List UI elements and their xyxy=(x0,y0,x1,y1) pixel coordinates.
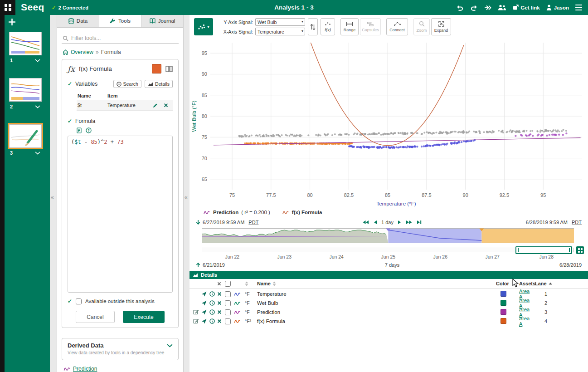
worksheet-preview[interactable] xyxy=(9,78,42,102)
available-outside-checkbox[interactable] xyxy=(76,299,82,304)
user-menu[interactable]: Jason xyxy=(546,5,569,10)
worksheet-preview[interactable] xyxy=(9,124,42,148)
shift-range-down-icon[interactable] xyxy=(196,220,200,225)
select-item-checkbox[interactable] xyxy=(225,300,231,306)
sort-icon[interactable] xyxy=(272,281,276,286)
worksheet-thumbnail-2[interactable]: 2 xyxy=(9,78,42,111)
remove-item-button[interactable] xyxy=(217,319,225,323)
remove-item-button[interactable] xyxy=(217,301,225,305)
edit-item-icon[interactable] xyxy=(193,318,199,324)
edit-item-icon[interactable] xyxy=(193,309,199,315)
select-all-checkbox[interactable] xyxy=(225,281,231,287)
get-link-button[interactable]: Get link xyxy=(513,5,540,10)
tab-data[interactable]: Data xyxy=(57,15,99,27)
timezone-link-end[interactable]: PDT xyxy=(572,220,582,225)
asset-link[interactable]: Area A xyxy=(519,316,530,327)
connect-button[interactable]: Connect xyxy=(386,18,408,35)
sort-type-button[interactable] xyxy=(245,281,257,286)
item-info-button[interactable] xyxy=(209,300,217,306)
item-color-swatch[interactable] xyxy=(501,291,506,297)
step-back-button[interactable] xyxy=(373,220,377,225)
send-to-worksheet-button[interactable] xyxy=(201,309,209,315)
remove-item-button[interactable] xyxy=(217,292,225,296)
legend-item[interactable]: f(x) Formula xyxy=(282,210,322,215)
help-icon[interactable]: ? xyxy=(86,127,92,133)
execute-button[interactable]: Execute xyxy=(123,311,165,323)
connection-status[interactable]: ✓ 2 Connected xyxy=(52,5,88,11)
remove-variable-button[interactable] xyxy=(164,103,172,108)
item-info-button[interactable] xyxy=(209,309,217,315)
add-worksheet-button[interactable] xyxy=(8,18,17,27)
cancel-button[interactable]: Cancel xyxy=(76,311,115,323)
edit-variable-button[interactable] xyxy=(153,103,164,108)
skip-back-button[interactable] xyxy=(362,220,369,225)
tab-tools[interactable]: Tools xyxy=(99,15,141,27)
lane-column-header[interactable]: Lane xyxy=(535,281,547,286)
send-to-worksheet-button[interactable] xyxy=(201,318,209,324)
worksheet-thumbnail-3[interactable]: 3 xyxy=(9,124,42,157)
range-button[interactable]: Range xyxy=(340,18,359,35)
shift-range-up-icon[interactable] xyxy=(196,262,200,268)
item-color-swatch[interactable] xyxy=(501,309,506,315)
timebar-grid-button[interactable] xyxy=(576,246,584,254)
timeline-scrollbar-handle[interactable] xyxy=(515,246,572,254)
jump-to-end-button[interactable] xyxy=(417,220,422,225)
send-to-worksheet-button[interactable] xyxy=(201,300,209,306)
y-axis-signal-select[interactable]: Wet Bulb xyxy=(255,18,305,26)
xy-scatter-plot[interactable]: 7577.58082.58587.59092.59565707580859095… xyxy=(190,39,588,207)
prediction-link[interactable]: Prediction xyxy=(73,366,97,372)
worksheet-menu-chevron-icon[interactable] xyxy=(35,105,40,108)
x-axis-signal-select[interactable]: Temperature xyxy=(255,28,305,35)
capsules-button[interactable]: Capsules xyxy=(360,18,381,35)
name-column-header[interactable]: Name xyxy=(257,281,271,286)
select-item-checkbox[interactable] xyxy=(225,318,231,324)
formula-editor[interactable]: ($t - 85)^2 + 73 xyxy=(68,136,173,293)
apps-grid-button[interactable] xyxy=(0,0,15,15)
filter-tools-input[interactable] xyxy=(71,35,178,41)
item-color-swatch[interactable] xyxy=(501,300,506,306)
share-users-button[interactable] xyxy=(498,5,506,10)
hamburger-menu-button[interactable] xyxy=(575,5,582,10)
step-forward-button[interactable] xyxy=(398,220,402,225)
fit-function-button[interactable]: f(x) xyxy=(321,18,335,35)
redo-button[interactable] xyxy=(470,5,478,11)
collapse-tool-panel-handle[interactable]: « xyxy=(51,194,54,201)
legend-item[interactable]: Prediction( r² = 0.200 ) xyxy=(203,210,270,215)
redo-all-button[interactable] xyxy=(484,5,491,10)
panel-layout-icon[interactable] xyxy=(165,66,173,72)
worksheet-menu-chevron-icon[interactable] xyxy=(35,59,40,62)
send-to-worksheet-button[interactable] xyxy=(201,291,209,297)
timeline-strip[interactable] xyxy=(202,228,574,243)
variable-search-button[interactable]: Search xyxy=(113,80,141,88)
collapse-panel-divider-handle[interactable]: « xyxy=(185,194,188,201)
timezone-link-start[interactable]: PDT xyxy=(248,220,258,225)
worksheet-preview[interactable] xyxy=(9,32,42,55)
chart-type-dropdown[interactable]: ▾ xyxy=(194,18,213,35)
color-column-header[interactable]: Color xyxy=(496,281,509,286)
tab-journal[interactable]: Journal xyxy=(141,15,183,27)
variable-details-button[interactable]: Details xyxy=(145,80,173,88)
remove-all-button[interactable] xyxy=(217,282,225,286)
remove-item-button[interactable] xyxy=(217,310,225,314)
item-info-button[interactable] xyxy=(209,318,217,324)
derived-data-header[interactable]: Derived Data xyxy=(68,342,173,349)
swap-axes-button[interactable] xyxy=(308,18,318,35)
details-panel-header[interactable]: Details xyxy=(190,271,588,279)
breadcrumb-overview-link[interactable]: Overview xyxy=(71,49,93,55)
timeline-scrollbar-track[interactable] xyxy=(202,246,574,254)
document-icon[interactable] xyxy=(77,127,82,133)
edit-item-button[interactable] xyxy=(193,309,201,315)
select-item-checkbox[interactable] xyxy=(225,309,231,315)
edit-item-button[interactable] xyxy=(193,318,201,324)
item-info-button[interactable] xyxy=(209,291,217,297)
worksheet-thumbnail-1[interactable]: 1 xyxy=(9,32,42,64)
item-color-swatch[interactable] xyxy=(501,318,506,324)
expand-button[interactable]: Expand xyxy=(431,18,451,35)
home-icon[interactable] xyxy=(63,49,68,55)
undo-button[interactable] xyxy=(456,5,464,11)
skip-forward-button[interactable] xyxy=(406,220,413,225)
zoom-button[interactable]: Zoom xyxy=(413,18,430,35)
tool-color-swatch-button[interactable] xyxy=(152,64,161,73)
select-item-checkbox[interactable] xyxy=(225,291,231,297)
worksheet-menu-chevron-icon[interactable] xyxy=(35,152,40,155)
